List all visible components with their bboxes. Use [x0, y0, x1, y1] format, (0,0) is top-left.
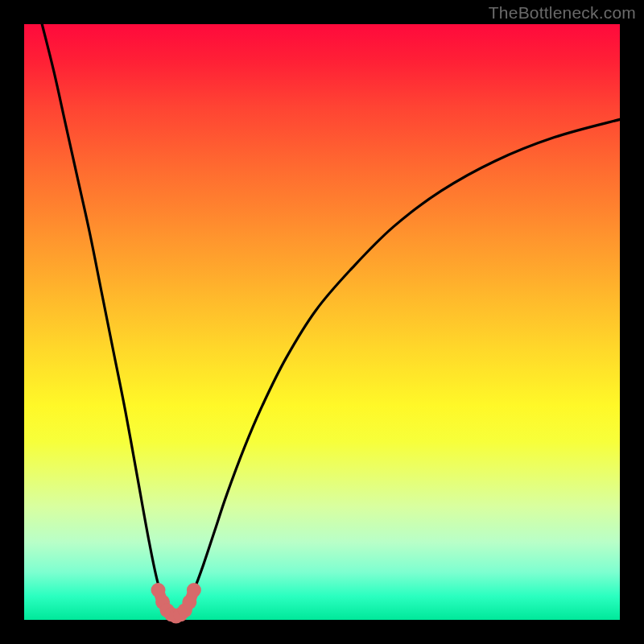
valley-u-marker-dots: [151, 583, 201, 624]
chart-frame: TheBottleneck.com: [0, 0, 644, 644]
curve-left-branch: [42, 24, 176, 617]
curve-right-branch: [176, 119, 620, 617]
curve-svg: [24, 24, 620, 620]
plot-area: [24, 24, 620, 620]
watermark-text: TheBottleneck.com: [489, 3, 636, 23]
valley-dot: [187, 583, 201, 597]
